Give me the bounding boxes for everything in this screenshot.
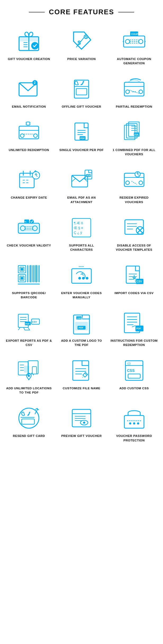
import-codes-csv-label: IMPORT CODES VIA CSV bbox=[115, 291, 154, 295]
svg-text:{ }: { } bbox=[128, 362, 130, 365]
disable-access-templates-label: DISABLE ACCESS OF VOUCHER TEMPLATES bbox=[110, 243, 158, 252]
svg-text:2: 2 bbox=[34, 81, 36, 85]
add-custom-css-icon: { } CSS bbox=[122, 359, 146, 382]
add-unlimited-locations-label: ADD UNLIMITED LOCATIONS TO THE PDF bbox=[5, 386, 53, 395]
svg-rect-69 bbox=[18, 223, 39, 233]
feature-item-check-voucher-validity: % CHECK VOUCHER VALIDITY bbox=[3, 211, 55, 258]
feature-item-instructions-custom-redemption: PDF INSTRUCTIONS FOR CUSTOM REDEMPTION bbox=[108, 306, 160, 353]
instructions-custom-redemption-icon: PDF bbox=[122, 311, 146, 335]
voucher-password-protection-label: VOUCHER PASSWORD PROTECTION bbox=[110, 434, 158, 442]
svg-point-171 bbox=[137, 422, 139, 424]
feature-item-add-custom-css: { } CSS ADD CUSTOM CSS bbox=[108, 353, 160, 401]
feature-item-preview-gift-voucher: PREVIEW GIFT VOUCHER bbox=[55, 401, 108, 449]
partial-redemption-label: PARTIAL REDEMPTION bbox=[116, 104, 152, 109]
supports-qrcode-barcode-label: SUPPORTS QRCODE/ BARCODE bbox=[5, 291, 53, 299]
svg-line-58 bbox=[72, 179, 75, 182]
resend-gift-card-icon bbox=[17, 406, 41, 430]
svg-text:PDF: PDF bbox=[87, 175, 91, 177]
feature-item-offline-gift-voucher: OFFLINE GIFT VOUCHER bbox=[55, 72, 108, 115]
add-custom-css-label: ADD CUSTOM CSS bbox=[119, 386, 149, 390]
svg-rect-48 bbox=[20, 173, 34, 188]
svg-point-66 bbox=[139, 181, 143, 185]
svg-point-27 bbox=[139, 90, 143, 94]
feature-item-supports-qrcode-barcode: SUPPORTS QRCODE/ BARCODE bbox=[3, 258, 55, 306]
voucher-password-protection-icon bbox=[122, 406, 146, 430]
change-expiry-date-icon bbox=[17, 168, 41, 192]
feature-item-email-notification: 2 EMAIL NOTIFICATION bbox=[3, 72, 55, 115]
svg-point-26 bbox=[126, 90, 129, 94]
instructions-custom-redemption-label: INSTRUCTIONS FOR CUSTOM REDEMPTION bbox=[110, 339, 158, 347]
header-line-right bbox=[118, 12, 134, 12]
add-custom-logo-icon: LOGO PDF bbox=[70, 311, 93, 335]
redeem-expired-vouchers-label: REDEEM EXPIRED VOUCHERS bbox=[110, 195, 158, 204]
svg-rect-23 bbox=[76, 89, 87, 95]
offline-gift-voucher-label: OFFLINE GIFT VOUCHER bbox=[62, 104, 101, 109]
preview-gift-voucher-label: PREVIEW GIFT VOUCHER bbox=[61, 434, 102, 438]
combined-pdf-icon: PDF bbox=[122, 120, 146, 144]
email-notification-icon: 2 bbox=[17, 77, 41, 101]
svg-point-12 bbox=[139, 39, 143, 44]
svg-rect-40 bbox=[124, 125, 135, 140]
single-voucher-per-pdf-icon: PDF bbox=[70, 120, 93, 144]
feature-item-add-unlimited-locations: ADD UNLIMITED LOCATIONS TO THE PDF bbox=[3, 353, 55, 401]
feature-item-redeem-expired-vouchers: REDEEM EXPIRED VOUCHERS bbox=[108, 163, 160, 210]
svg-point-157 bbox=[19, 408, 39, 428]
change-expiry-date-label: CHANGE EXPIRY DATE bbox=[11, 195, 47, 200]
partial-redemption-icon bbox=[122, 77, 146, 101]
svg-text:LOGO: LOGO bbox=[77, 317, 83, 319]
svg-point-32 bbox=[34, 134, 37, 138]
feature-item-automatic-coupon-generation: COUPONS AUTOMATIC COUPON GENERATION bbox=[108, 24, 160, 72]
supports-all-characters-label: SUPPORTS ALL CHARACTERS bbox=[58, 243, 105, 252]
svg-text:Ç ¿ ÿ: Ç ¿ ÿ bbox=[74, 231, 82, 235]
svg-rect-159 bbox=[22, 419, 34, 424]
email-pdf-attachment-label: EMAIL PDF AS AN ATTACHMENT bbox=[58, 195, 105, 204]
email-notification-label: EMAIL NOTIFICATION bbox=[12, 104, 46, 109]
feature-item-resend-gift-card: RESEND GIFT CARD bbox=[3, 401, 55, 449]
feature-item-disable-access-templates: DISABLE ACCESS OF VOUCHER TEMPLATES bbox=[108, 211, 160, 258]
unlimited-redemption-icon bbox=[17, 120, 41, 144]
feature-item-add-custom-logo: LOGO PDF ADD A CUSTOM LOGO TO THE PDF bbox=[55, 306, 108, 353]
feature-item-unlimited-redemption: UNLIMITED REDEMPTION bbox=[3, 115, 55, 163]
combined-pdf-label: 1 COMBINED PDF FOR ALL VOUCHERS bbox=[110, 148, 158, 156]
feature-item-enter-voucher-codes-manually: ENTER VOUCHER CODES MANUALLY bbox=[55, 258, 108, 306]
svg-point-166 bbox=[83, 422, 85, 424]
feature-item-import-codes-csv: CSV IMPORT CODES VIA CSV bbox=[108, 258, 160, 306]
feature-item-email-pdf-attachment: PDF EMAIL PDF AS AN ATTACHMENT bbox=[55, 163, 108, 210]
customize-file-name-label: CUSTOMIZE FILE NAME bbox=[63, 386, 100, 390]
svg-rect-41 bbox=[126, 124, 137, 138]
svg-rect-139 bbox=[24, 366, 29, 372]
svg-text:¶ Æ ß: ¶ Æ ß bbox=[74, 221, 83, 225]
svg-point-169 bbox=[129, 422, 131, 424]
svg-text:CSV: CSV bbox=[32, 321, 37, 323]
svg-line-67 bbox=[132, 181, 137, 184]
svg-text:PDF: PDF bbox=[134, 133, 139, 136]
page-title: CORE FEATURES bbox=[49, 8, 114, 16]
automatic-coupon-generation-icon: COUPONS bbox=[122, 29, 146, 53]
price-variation-label: PRICE VARIATION bbox=[67, 57, 96, 61]
check-voucher-validity-label: CHECK VOUCHER VALIDITY bbox=[7, 243, 51, 248]
automatic-coupon-generation-label: AUTOMATIC COUPON GENERATION bbox=[110, 57, 158, 65]
svg-rect-29 bbox=[19, 126, 39, 139]
supports-all-characters-icon: ¶ Æ ß Œ § ¤ Ç ¿ ÿ bbox=[70, 216, 93, 240]
email-pdf-attachment-icon: PDF bbox=[70, 168, 93, 192]
svg-point-109 bbox=[86, 277, 88, 280]
price-variation-icon: $ bbox=[70, 29, 93, 53]
enter-voucher-codes-manually-icon bbox=[70, 263, 93, 287]
preview-gift-voucher-icon bbox=[70, 406, 93, 430]
feature-item-partial-redemption: PARTIAL REDEMPTION bbox=[108, 72, 160, 115]
svg-point-108 bbox=[82, 277, 85, 280]
svg-text:PDF: PDF bbox=[79, 326, 84, 329]
svg-rect-92 bbox=[21, 268, 23, 271]
feature-item-customize-file-name: CUSTOMIZE FILE NAME bbox=[55, 353, 108, 401]
export-reports-label: EXPORT REPORTS AS PDF & CSV bbox=[5, 339, 53, 347]
svg-text:CSS: CSS bbox=[127, 368, 135, 373]
resend-gift-card-label: RESEND GIFT CARD bbox=[13, 434, 45, 438]
svg-point-143 bbox=[28, 375, 30, 377]
svg-text:PDF: PDF bbox=[25, 323, 30, 325]
supports-qrcode-barcode-icon bbox=[17, 263, 41, 287]
redeem-expired-vouchers-icon bbox=[122, 168, 146, 192]
unlimited-redemption-label: UNLIMITED REDEMPTION bbox=[9, 148, 49, 152]
add-unlimited-locations-icon bbox=[17, 359, 41, 382]
header-line-left bbox=[29, 12, 45, 12]
svg-text:%: % bbox=[25, 221, 26, 223]
